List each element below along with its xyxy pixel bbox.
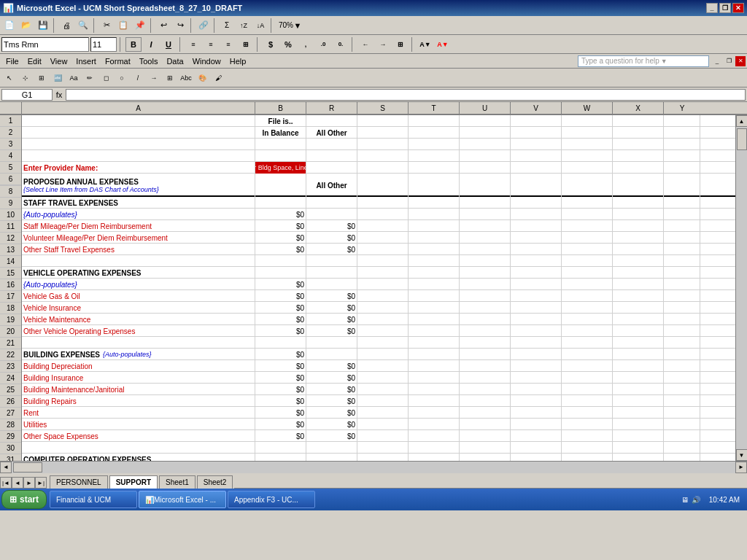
start-button[interactable]: ⊞ start	[1, 490, 47, 509]
menu-tools[interactable]: Tools	[135, 56, 163, 66]
row-num-13[interactable]: 13	[0, 244, 21, 256]
cell-u29[interactable]	[460, 407, 511, 419]
align-left-button[interactable]: ≡	[185, 37, 201, 52]
draw-btn-12[interactable]: Abc	[178, 70, 194, 86]
cell-b23[interactable]	[255, 337, 306, 349]
paste-button[interactable]: 📌	[132, 18, 148, 34]
cell-u12[interactable]	[460, 209, 511, 220]
cell-x16[interactable]	[613, 255, 664, 267]
cell-s33[interactable]	[357, 454, 409, 461]
cell-s2[interactable]	[357, 127, 409, 139]
cell-u31[interactable]	[460, 430, 511, 442]
cell-v21[interactable]	[511, 314, 562, 325]
cell-r12[interactable]	[306, 209, 357, 220]
cell-w18[interactable]	[562, 279, 613, 290]
cell-s12[interactable]	[357, 209, 409, 220]
cell-u26[interactable]	[460, 372, 511, 384]
cell-y22[interactable]	[664, 325, 700, 337]
draw-btn-7[interactable]: ◻	[98, 70, 114, 86]
cell-b21[interactable]: $0	[255, 314, 306, 325]
cell-b14[interactable]: $0	[255, 232, 306, 244]
row-num-22[interactable]: 22	[0, 349, 21, 361]
cell-r22[interactable]: $0	[306, 325, 357, 337]
cell-v27[interactable]	[511, 384, 562, 395]
cell-t12[interactable]	[409, 209, 460, 220]
row-num-31[interactable]: 31	[0, 454, 21, 461]
cell-w24[interactable]	[562, 349, 613, 360]
cell-v19[interactable]	[511, 290, 562, 302]
print-preview-button[interactable]: 🔍	[75, 18, 91, 34]
cell-v31[interactable]	[511, 430, 562, 442]
draw-btn-6[interactable]: ✏	[82, 70, 98, 86]
undo-button[interactable]: ↩	[155, 18, 171, 34]
cell-b18[interactable]: $0	[255, 279, 306, 290]
cell-x30[interactable]	[613, 419, 664, 430]
cell-s31[interactable]	[357, 430, 409, 442]
cut-button[interactable]: ✂	[98, 18, 115, 34]
cell-s17[interactable]	[357, 267, 409, 279]
cell-s5[interactable]	[357, 162, 409, 174]
cell-v23[interactable]	[511, 337, 562, 349]
hscroll-left-button[interactable]: ◄	[0, 462, 12, 473]
cell-v4[interactable]	[511, 150, 562, 162]
cell-x18[interactable]	[613, 279, 664, 290]
hyperlink-button[interactable]: 🔗	[196, 18, 212, 34]
cell-r21[interactable]: $0	[306, 314, 357, 325]
draw-btn-9[interactable]: /	[130, 70, 146, 86]
cell-b3[interactable]	[255, 139, 306, 150]
cell-y28[interactable]	[664, 395, 700, 407]
cell-s19[interactable]	[357, 290, 409, 302]
bold-button[interactable]: B	[125, 37, 142, 52]
cell-t27[interactable]	[409, 384, 460, 395]
cell-b12[interactable]: $0	[255, 209, 306, 220]
cell-reference-box[interactable]	[1, 89, 53, 101]
cell-t3[interactable]	[409, 139, 460, 150]
cell-x12[interactable]	[613, 209, 664, 220]
cell-u3[interactable]	[460, 139, 511, 150]
row-num-5[interactable]: 5	[0, 162, 21, 174]
tab-personnel[interactable]: PERSONNEL	[50, 475, 108, 489]
cell-b20[interactable]: $0	[255, 302, 306, 314]
cell-w20[interactable]	[562, 302, 613, 314]
cell-t17[interactable]	[409, 267, 460, 279]
cell-a16[interactable]	[22, 255, 255, 267]
row-num-17[interactable]: 17	[0, 291, 21, 303]
cell-t22[interactable]	[409, 325, 460, 337]
cell-b32[interactable]	[255, 442, 306, 454]
sort-desc-button[interactable]: ↓A	[252, 18, 268, 34]
print-button[interactable]: 🖨	[58, 18, 74, 34]
cell-r20[interactable]: $0	[306, 302, 357, 314]
cell-u33[interactable]	[460, 454, 511, 461]
cell-v13[interactable]	[511, 220, 562, 232]
cell-w28[interactable]	[562, 395, 613, 407]
cell-v28[interactable]	[511, 395, 562, 407]
cell-b26[interactable]: $0	[255, 372, 306, 384]
cell-t28[interactable]	[409, 395, 460, 407]
cell-w33[interactable]	[562, 454, 613, 461]
cell-y6[interactable]	[664, 174, 700, 197]
cell-a28[interactable]: Building Repairs	[22, 395, 255, 407]
cell-y23[interactable]	[664, 337, 700, 349]
cell-b16[interactable]	[255, 255, 306, 267]
hscroll-track[interactable]	[12, 462, 735, 473]
cell-s11[interactable]	[357, 197, 409, 209]
cell-x6[interactable]	[613, 174, 664, 197]
cell-y2[interactable]	[664, 127, 700, 139]
restore-button[interactable]: ❒	[719, 3, 731, 13]
close-button[interactable]: ✕	[732, 3, 744, 13]
cell-b30[interactable]: $0	[255, 419, 306, 430]
cell-r29[interactable]: $0	[306, 407, 357, 419]
cell-x23[interactable]	[613, 337, 664, 349]
percent-button[interactable]: %	[280, 37, 296, 52]
font-color-button[interactable]: A▼	[435, 37, 451, 52]
cell-a29[interactable]: Rent	[22, 407, 255, 419]
cell-u21[interactable]	[460, 314, 511, 325]
cell-a27[interactable]: Building Maintenance/Janitorial	[22, 384, 255, 395]
cell-w21[interactable]	[562, 314, 613, 325]
draw-btn-8[interactable]: ○	[114, 70, 130, 86]
cell-y5[interactable]	[664, 162, 700, 174]
cell-t6[interactable]	[409, 174, 460, 197]
draw-btn-2[interactable]: ⊹	[18, 70, 34, 86]
cell-u6[interactable]	[460, 174, 511, 197]
cell-w12[interactable]	[562, 209, 613, 220]
